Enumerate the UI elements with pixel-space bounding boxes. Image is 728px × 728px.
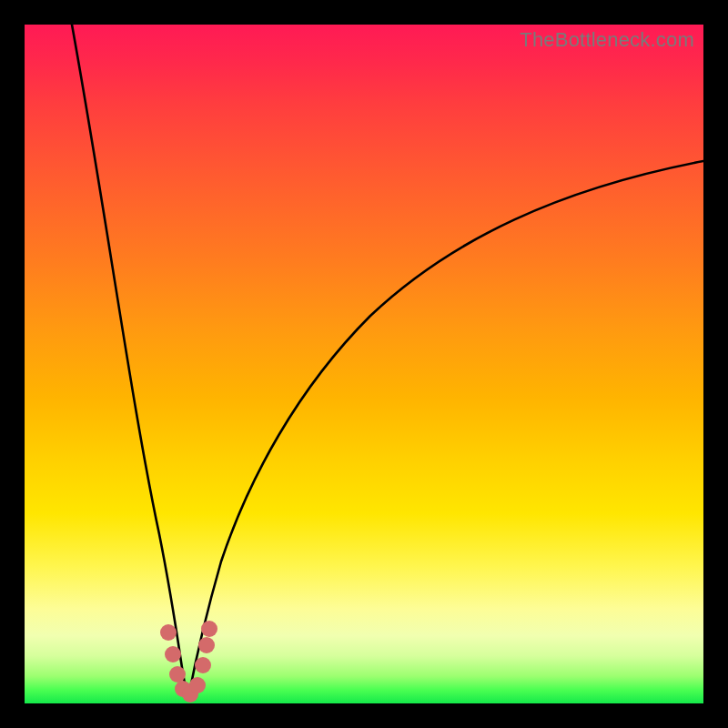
curve-right-branch bbox=[188, 161, 703, 698]
svg-point-8 bbox=[201, 621, 217, 637]
svg-point-1 bbox=[165, 646, 181, 662]
svg-point-5 bbox=[189, 677, 206, 693]
svg-point-2 bbox=[169, 666, 186, 682]
curve-left-branch bbox=[72, 25, 188, 698]
bottleneck-curve bbox=[25, 25, 703, 703]
chart-frame: TheBottleneck.com bbox=[0, 0, 728, 728]
plot-area: TheBottleneck.com bbox=[25, 25, 703, 703]
trough-markers bbox=[160, 621, 217, 703]
svg-point-7 bbox=[198, 637, 215, 653]
svg-point-0 bbox=[160, 624, 177, 641]
svg-point-6 bbox=[195, 657, 211, 673]
